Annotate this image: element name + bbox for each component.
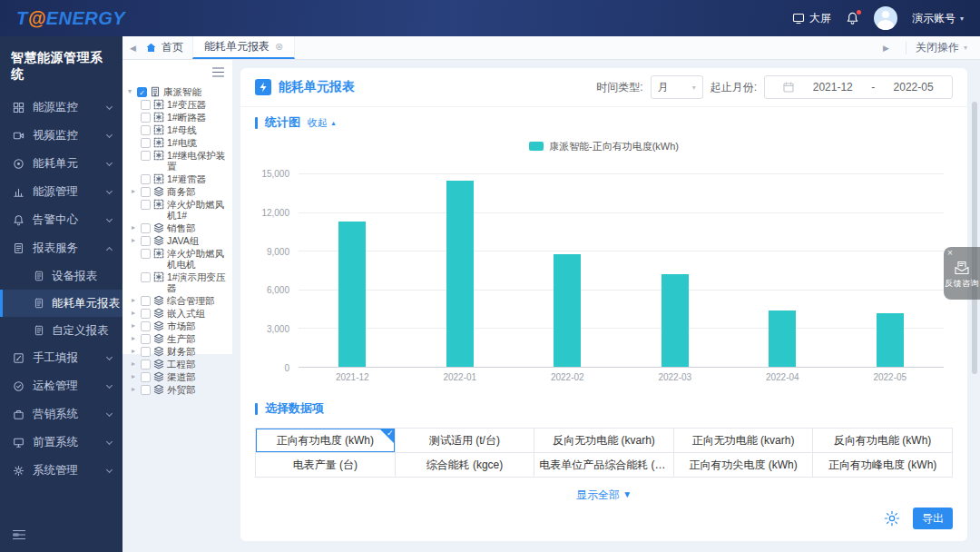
tree-item[interactable]: ▾✓康派智能 xyxy=(122,85,230,98)
tree-caret-down-icon[interactable]: ▾ xyxy=(128,86,137,97)
data-item-cell[interactable]: 正向有功电度 (kWh)✓ xyxy=(256,429,396,453)
sidebar-item-energy-monitor[interactable]: 能源监控 xyxy=(0,94,122,122)
tree-checkbox[interactable] xyxy=(141,249,151,259)
tree-checkbox[interactable] xyxy=(141,100,151,110)
sidebar-item-inspection[interactable]: 运检管理 xyxy=(0,372,122,400)
tab-close-icon[interactable]: ⊗ xyxy=(275,41,283,53)
data-item-cell[interactable]: 正向有功尖电度 (kWh) xyxy=(674,453,814,478)
tree-caret-right-icon[interactable]: ▸ xyxy=(132,235,141,246)
tree-item[interactable]: ▸市场部 xyxy=(122,320,230,332)
tabs-forward-icon[interactable]: ▶ xyxy=(876,44,897,53)
data-item-cell[interactable]: 正向无功电能 (kvarh) xyxy=(674,429,814,453)
data-item-cell[interactable]: 电表产量 (台) xyxy=(256,453,396,478)
notification-bell-icon[interactable] xyxy=(846,11,859,25)
data-item-cell[interactable]: 正向有功峰电度 (kWh) xyxy=(813,453,953,478)
vertical-scrollbar[interactable] xyxy=(972,102,977,374)
tree-caret-right-icon[interactable]: ▸ xyxy=(132,333,141,344)
tree-item[interactable]: ▸外贸部 xyxy=(122,383,230,396)
data-item-cell[interactable]: 测试适用 (t/台) xyxy=(396,429,535,453)
big-screen-button[interactable]: 大屏 xyxy=(792,11,831,26)
close-operations-dropdown[interactable]: 关闭操作 ▾ xyxy=(916,40,980,55)
tree-checkbox[interactable] xyxy=(141,151,151,161)
sidebar-item-device-report[interactable]: 设备报表 xyxy=(0,262,122,290)
sidebar-item-marketing[interactable]: 营销系统 xyxy=(0,400,122,429)
tree-item[interactable]: ▸销售部 xyxy=(122,222,230,234)
data-item-cell[interactable]: 反向无功电能 (kvarh) xyxy=(534,429,674,453)
data-item-cell[interactable]: 电表单位产品综合能耗 (kgce/... xyxy=(534,453,674,478)
tree-checkbox[interactable] xyxy=(141,372,151,382)
tree-checkbox[interactable]: ✓ xyxy=(137,87,147,97)
tree-item[interactable]: 1#电缆 xyxy=(122,136,230,149)
tree-checkbox[interactable] xyxy=(141,296,151,306)
chart-legend[interactable]: 康派智能-正向有功电度(kWh) xyxy=(240,140,967,153)
tree-item[interactable]: 淬火炉助燃风机1# xyxy=(122,198,230,222)
time-type-select[interactable]: 月 ▾ xyxy=(651,75,703,99)
tree-item[interactable]: 1#母线 xyxy=(122,123,230,136)
tree-checkbox[interactable] xyxy=(141,200,151,210)
avatar[interactable] xyxy=(874,6,897,30)
tree-item[interactable]: 1#避雷器 xyxy=(122,172,230,185)
show-all-link[interactable]: 显示全部 ▼ xyxy=(240,488,967,503)
tree-checkbox[interactable] xyxy=(141,113,151,123)
tree-caret-right-icon[interactable]: ▸ xyxy=(132,371,141,382)
tabs-back-icon[interactable]: ◀ xyxy=(122,44,143,53)
tree-item[interactable]: ▸渠道部 xyxy=(122,370,230,383)
tree-checkbox[interactable] xyxy=(141,385,151,395)
tree-item[interactable]: ▸工程部 xyxy=(122,358,230,370)
sidebar-item-manual-fill[interactable]: 手工填报 xyxy=(0,344,122,372)
tree-item[interactable]: 1#继电保护装置 xyxy=(122,149,230,172)
tree-checkbox[interactable] xyxy=(141,334,151,344)
sidebar-item-system-manage[interactable]: 系统管理 xyxy=(0,457,122,485)
tree-item[interactable]: ▸商务部 xyxy=(122,185,230,198)
tree-caret-right-icon[interactable]: ▸ xyxy=(132,384,141,395)
sidebar-collapse-icon[interactable] xyxy=(12,528,26,541)
tree-caret-right-icon[interactable]: ▸ xyxy=(132,186,141,197)
data-item-cell[interactable]: 综合能耗 (kgce) xyxy=(396,453,535,478)
export-button[interactable]: 导出 xyxy=(913,508,953,529)
tree-caret-right-icon[interactable]: ▸ xyxy=(132,359,141,370)
sidebar-item-alarm-center[interactable]: 告警中心 xyxy=(0,206,122,234)
tree-menu-icon[interactable] xyxy=(212,67,224,77)
tree-caret-right-icon[interactable]: ▸ xyxy=(132,320,141,331)
tree-item[interactable]: 淬火炉助燃风机电机 xyxy=(122,247,230,271)
sidebar-item-custom-report[interactable]: 自定义报表 xyxy=(0,317,122,344)
feedback-close-icon[interactable]: × xyxy=(947,248,953,258)
sidebar-item-unit-report[interactable]: 能耗单元报表 xyxy=(0,290,122,317)
sidebar-item-report-service[interactable]: 报表服务 xyxy=(0,234,122,262)
tree-caret-right-icon[interactable]: ▸ xyxy=(132,346,141,357)
tree-caret-right-icon[interactable]: ▸ xyxy=(132,295,141,306)
tree-item[interactable]: ▸嵌入式组 xyxy=(122,307,230,320)
tree-item[interactable]: 1#变压器 xyxy=(122,98,230,111)
sidebar-item-video-monitor[interactable]: 视频监控 xyxy=(0,122,122,150)
sidebar-item-energy-unit[interactable]: 能耗单元 xyxy=(0,150,122,178)
tree-item[interactable]: ▸综合管理部 xyxy=(122,294,230,307)
feedback-widget[interactable]: × 反馈咨询 xyxy=(944,247,980,300)
tree-checkbox[interactable] xyxy=(141,347,151,357)
tree-item[interactable]: ▸JAVA组 xyxy=(122,234,230,247)
tree-checkbox[interactable] xyxy=(141,187,151,197)
tree-item[interactable]: ▸财务部 xyxy=(122,345,230,358)
tree-checkbox[interactable] xyxy=(141,138,151,148)
tree-checkbox[interactable] xyxy=(141,360,151,370)
tree-item[interactable]: ▸生产部 xyxy=(122,332,230,345)
tab-unit-report[interactable]: 能耗单元报表 ⊗ xyxy=(192,36,295,59)
settings-gear-icon[interactable] xyxy=(884,510,900,527)
tree-caret-right-icon[interactable]: ▸ xyxy=(132,308,141,319)
tree-checkbox[interactable] xyxy=(141,174,151,184)
collapse-chart-link[interactable]: 收起 ▲ xyxy=(308,116,337,130)
account-menu[interactable]: 演示账号 ▾ xyxy=(912,11,964,26)
tree-caret-right-icon[interactable]: ▸ xyxy=(132,222,141,233)
month-range-picker[interactable]: 2021-12 - 2022-05 xyxy=(764,75,953,99)
tree-checkbox[interactable] xyxy=(141,272,151,282)
tree-checkbox[interactable] xyxy=(141,223,151,233)
tree-item[interactable]: 1#演示用变压器 xyxy=(122,271,230,294)
sidebar-item-front-system[interactable]: 前置系统 xyxy=(0,429,122,457)
tree-item[interactable]: 1#断路器 xyxy=(122,111,230,123)
tab-home[interactable]: 首页 xyxy=(143,40,192,55)
tree-checkbox[interactable] xyxy=(141,236,151,246)
sidebar-item-energy-manage[interactable]: 能源管理 xyxy=(0,178,122,206)
tree-checkbox[interactable] xyxy=(141,125,151,135)
tree-checkbox[interactable] xyxy=(141,321,151,331)
data-item-cell[interactable]: 反向有功电能 (kWh) xyxy=(813,429,953,453)
tree-checkbox[interactable] xyxy=(141,309,151,319)
